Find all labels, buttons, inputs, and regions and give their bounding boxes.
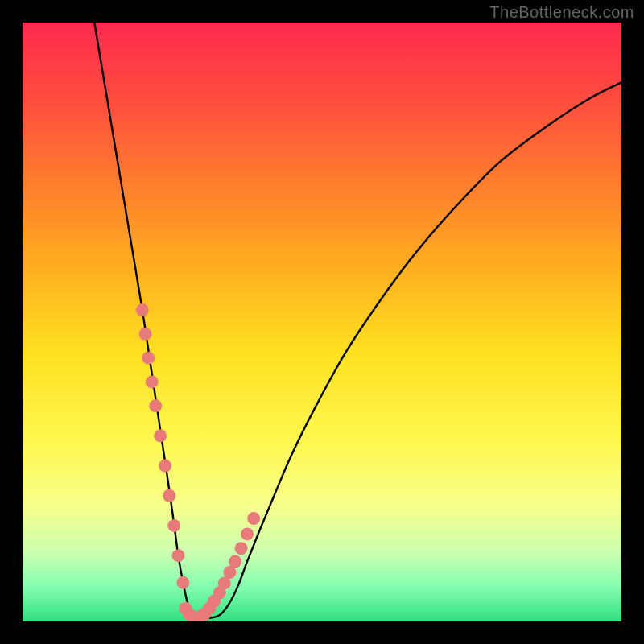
data-marker xyxy=(159,460,171,473)
data-marker xyxy=(176,576,189,589)
watermark-text: TheBottleneck.com xyxy=(489,3,634,22)
data-marker xyxy=(167,519,180,532)
data-marker xyxy=(235,542,248,555)
data-marker xyxy=(142,352,155,365)
data-marker xyxy=(241,527,254,540)
data-marker xyxy=(149,399,162,412)
chart-plot-area xyxy=(23,23,621,621)
data-marker xyxy=(139,328,152,341)
markers-layer xyxy=(23,23,621,621)
data-marker xyxy=(247,512,260,525)
data-marker xyxy=(146,375,159,388)
data-marker xyxy=(136,303,149,316)
data-marker xyxy=(154,429,167,442)
data-marker xyxy=(163,489,175,502)
data-marker xyxy=(229,555,242,568)
data-marker xyxy=(171,549,184,562)
data-marker xyxy=(196,609,208,621)
